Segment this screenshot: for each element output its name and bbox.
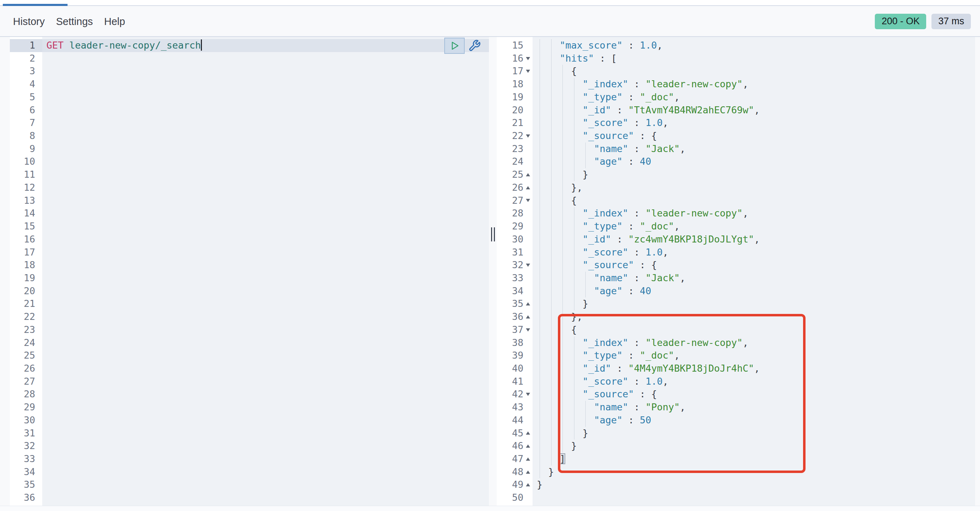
request-rows[interactable]: 1GET leader-new-copy/_search234567891011… — [10, 39, 489, 504]
fold-open-icon[interactable] — [523, 264, 533, 267]
request-line-content[interactable] — [42, 388, 489, 401]
request-line-content[interactable] — [42, 310, 489, 323]
request-line[interactable]: 12 — [10, 181, 489, 194]
request-line[interactable]: 28 — [10, 388, 489, 401]
request-line-content[interactable] — [42, 220, 489, 233]
request-line[interactable]: 32 — [10, 439, 489, 452]
request-line-content[interactable] — [42, 116, 489, 129]
request-line[interactable]: 7 — [10, 116, 489, 129]
request-line[interactable]: 8 — [10, 129, 489, 143]
request-line-content[interactable] — [42, 78, 489, 91]
request-line[interactable]: 1GET leader-new-copy/_search — [10, 39, 489, 52]
fold-close-icon[interactable] — [523, 457, 533, 461]
request-line[interactable]: 11 — [10, 168, 489, 181]
request-line-content[interactable] — [42, 466, 489, 479]
request-line[interactable]: 30 — [10, 414, 489, 427]
request-line[interactable]: 20 — [10, 285, 489, 298]
request-line-content[interactable] — [42, 427, 489, 440]
request-line[interactable]: 10 — [10, 155, 489, 168]
request-line-content[interactable] — [42, 323, 489, 336]
request-line-content[interactable] — [42, 478, 489, 491]
fold-open-icon[interactable] — [523, 57, 533, 60]
request-line[interactable]: 25 — [10, 349, 489, 362]
request-line-content[interactable]: GET leader-new-copy/_search — [42, 39, 489, 52]
request-line-content[interactable] — [42, 194, 489, 207]
request-line-content[interactable] — [42, 349, 489, 362]
request-line-content[interactable] — [42, 491, 489, 504]
request-line[interactable]: 16 — [10, 233, 489, 246]
request-options-button[interactable] — [467, 38, 482, 54]
request-line[interactable]: 24 — [10, 336, 489, 349]
request-line-content[interactable] — [42, 259, 489, 272]
request-line-content[interactable] — [42, 65, 489, 78]
fold-close-icon[interactable] — [523, 315, 533, 318]
request-line-content[interactable] — [42, 452, 489, 466]
fold-close-icon[interactable] — [523, 173, 533, 176]
line-number: 25 — [10, 349, 42, 362]
request-line[interactable]: 21 — [10, 298, 489, 310]
request-line-content[interactable] — [42, 298, 489, 310]
request-line[interactable]: 36 — [10, 491, 489, 504]
line-number: 35 — [10, 478, 42, 491]
request-line[interactable]: 9 — [10, 143, 489, 156]
request-line-content[interactable] — [42, 155, 489, 168]
request-line-content[interactable] — [42, 52, 489, 65]
request-line[interactable]: 22 — [10, 310, 489, 323]
request-line[interactable]: 34 — [10, 466, 489, 479]
line-number: 43 — [497, 401, 523, 414]
request-line[interactable]: 4 — [10, 78, 489, 91]
line-number: 25 — [497, 168, 523, 181]
fold-open-icon[interactable] — [523, 199, 533, 202]
request-line[interactable]: 23 — [10, 323, 489, 336]
request-line-content[interactable] — [42, 91, 489, 104]
request-line-content[interactable] — [42, 181, 489, 194]
request-line-content[interactable] — [42, 401, 489, 414]
fold-open-icon[interactable] — [523, 70, 533, 73]
fold-close-icon[interactable] — [523, 483, 533, 486]
fold-open-icon[interactable] — [523, 393, 533, 396]
request-line-content[interactable] — [42, 285, 489, 298]
fold-close-icon[interactable] — [523, 302, 533, 306]
fold-open-icon[interactable] — [523, 134, 533, 138]
request-line[interactable]: 5 — [10, 91, 489, 104]
request-line[interactable]: 6 — [10, 104, 489, 117]
fold-open-icon[interactable] — [523, 328, 533, 331]
request-line[interactable]: 17 — [10, 246, 489, 259]
menu-item-history[interactable]: History — [13, 16, 45, 27]
fold-close-icon[interactable] — [523, 431, 533, 435]
request-line-content[interactable] — [42, 362, 489, 375]
request-line[interactable]: 27 — [10, 375, 489, 388]
request-line[interactable]: 19 — [10, 272, 489, 285]
request-line[interactable]: 15 — [10, 220, 489, 233]
request-line[interactable]: 13 — [10, 194, 489, 207]
request-line-content[interactable] — [42, 246, 489, 259]
request-line[interactable]: 2 — [10, 52, 489, 65]
request-line-content[interactable] — [42, 143, 489, 156]
request-line[interactable]: 29 — [10, 401, 489, 414]
request-line[interactable]: 33 — [10, 452, 489, 466]
request-line-content[interactable] — [42, 233, 489, 246]
fold-close-icon[interactable] — [523, 186, 533, 189]
request-line[interactable]: 35 — [10, 478, 489, 491]
send-request-button[interactable] — [444, 38, 465, 54]
request-line[interactable]: 26 — [10, 362, 489, 375]
fold-close-icon[interactable] — [523, 471, 533, 474]
menu-item-help[interactable]: Help — [104, 16, 125, 27]
request-line-content[interactable] — [42, 272, 489, 285]
request-line-content[interactable] — [42, 336, 489, 349]
request-line[interactable]: 31 — [10, 427, 489, 440]
panel-splitter[interactable] — [489, 37, 497, 506]
request-line-content[interactable] — [42, 168, 489, 181]
request-line-content[interactable] — [42, 414, 489, 427]
request-line[interactable]: 3 — [10, 65, 489, 78]
request-line[interactable]: 14 — [10, 207, 489, 220]
request-line-content[interactable] — [42, 104, 489, 117]
request-line-content[interactable] — [42, 375, 489, 388]
request-line-content[interactable] — [42, 439, 489, 452]
request-line[interactable]: 18 — [10, 259, 489, 272]
request-line-content[interactable] — [42, 207, 489, 220]
request-line-content[interactable] — [42, 129, 489, 143]
menu-item-settings[interactable]: Settings — [56, 16, 93, 27]
request-editor[interactable]: 1GET leader-new-copy/_search234567891011… — [10, 37, 489, 506]
fold-close-icon[interactable] — [523, 444, 533, 448]
